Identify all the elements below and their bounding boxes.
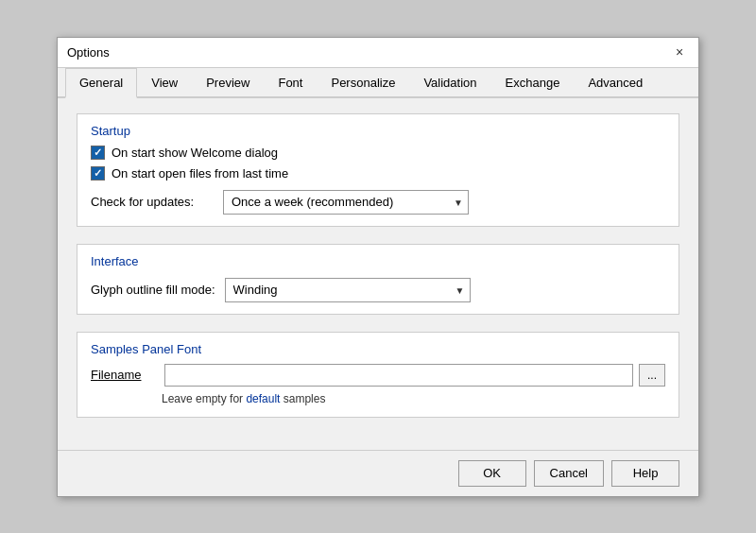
hint-text: Leave empty for default samples bbox=[91, 392, 665, 405]
samples-box: Samples Panel Font Filename ... Leave em… bbox=[77, 332, 679, 418]
samples-header: Samples Panel Font bbox=[91, 342, 665, 356]
tab-general[interactable]: General bbox=[65, 68, 137, 98]
tab-exchange[interactable]: Exchange bbox=[491, 68, 575, 98]
tab-font[interactable]: Font bbox=[264, 68, 317, 98]
tab-advanced[interactable]: Advanced bbox=[574, 68, 657, 98]
ok-button[interactable]: OK bbox=[458, 460, 526, 487]
checkbox-welcome[interactable] bbox=[91, 146, 105, 160]
checkbox-files[interactable] bbox=[91, 166, 105, 181]
tab-content: Startup On start show Welcome dialog On … bbox=[58, 98, 698, 450]
cancel-button[interactable]: Cancel bbox=[534, 460, 604, 487]
dialog-footer: OK Cancel Help bbox=[58, 450, 698, 496]
tab-preview[interactable]: Preview bbox=[192, 68, 264, 98]
glyph-select-wrapper: WindingEven-Odd ▼ bbox=[225, 278, 471, 302]
help-button[interactable]: Help bbox=[611, 460, 679, 487]
dialog-title: Options bbox=[67, 45, 110, 60]
startup-header: Startup bbox=[91, 124, 665, 138]
check-updates-row: Check for updates: Once a week (recommen… bbox=[91, 190, 665, 215]
interface-header: Interface bbox=[91, 254, 665, 268]
startup-box: Startup On start show Welcome dialog On … bbox=[77, 113, 679, 227]
browse-button[interactable]: ... bbox=[639, 364, 665, 387]
glyph-label: Glyph outline fill mode: bbox=[91, 283, 215, 297]
close-button[interactable]: × bbox=[670, 43, 689, 61]
checkbox-files-label: On start open files from last time bbox=[112, 166, 288, 181]
interface-section: Interface Glyph outline fill mode: Windi… bbox=[77, 244, 679, 315]
tab-personalize[interactable]: Personalize bbox=[317, 68, 409, 98]
glyph-row: Glyph outline fill mode: WindingEven-Odd… bbox=[91, 278, 665, 302]
tab-bar: General View Preview Font Personalize Va… bbox=[58, 68, 698, 98]
title-bar: Options × bbox=[58, 38, 698, 68]
filename-label: Filename bbox=[91, 368, 159, 382]
tab-view[interactable]: View bbox=[137, 68, 192, 98]
options-dialog: Options × General View Preview Font Pers… bbox=[57, 37, 699, 497]
filename-row: Filename ... bbox=[91, 364, 665, 387]
glyph-select[interactable]: WindingEven-Odd bbox=[225, 278, 471, 302]
check-updates-select[interactable]: Once a week (recommended)Once a dayNever bbox=[223, 190, 469, 215]
startup-section: Startup On start show Welcome dialog On … bbox=[77, 113, 679, 227]
interface-box: Interface Glyph outline fill mode: Windi… bbox=[77, 244, 679, 315]
checkbox-welcome-label: On start show Welcome dialog bbox=[112, 146, 278, 160]
checkbox-welcome-row: On start show Welcome dialog bbox=[91, 146, 665, 160]
filename-input[interactable] bbox=[164, 364, 633, 387]
check-updates-select-wrapper: Once a week (recommended)Once a dayNever… bbox=[223, 190, 469, 215]
checkbox-files-row: On start open files from last time bbox=[91, 166, 665, 181]
tab-validation[interactable]: Validation bbox=[409, 68, 490, 98]
samples-section: Samples Panel Font Filename ... Leave em… bbox=[77, 332, 679, 418]
check-updates-label: Check for updates: bbox=[91, 195, 214, 209]
